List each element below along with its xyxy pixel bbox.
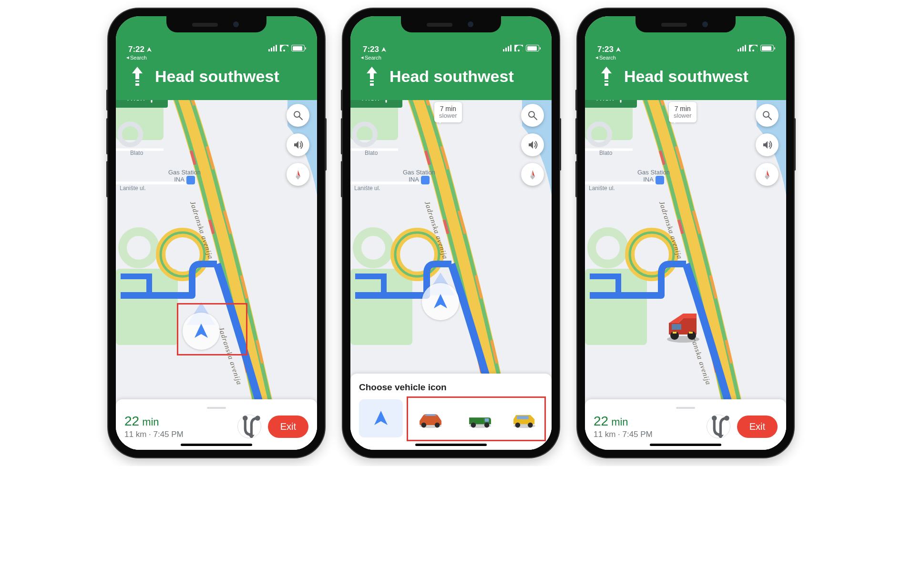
direction-arrow-icon: [130, 66, 144, 87]
search-button[interactable]: [521, 104, 544, 127]
highlight-box: [407, 396, 546, 441]
vehicle-title: Choose vehicle icon: [359, 382, 543, 393]
vehicle-sheet[interactable]: Choose vehicle icon: [350, 374, 552, 450]
back-to-search[interactable]: ◂ Search: [126, 54, 147, 61]
eta-sheet[interactable]: 22min 11 km · 7:45 PM Exit: [585, 399, 786, 450]
home-indicator: [181, 444, 252, 446]
phone-2: 7:23 ◂ Search Head southwest Then 7: [343, 9, 559, 457]
alt-route-icon: [238, 415, 261, 438]
location-icon: [615, 47, 621, 52]
slower-tooltip: 7 minslower: [434, 102, 462, 122]
map-canvas[interactable]: 7 minslower Blato Gas Station INA Laništ…: [585, 88, 786, 450]
notch: [166, 16, 266, 32]
exit-button[interactable]: Exit: [737, 416, 778, 438]
wifi-icon: [514, 45, 523, 51]
status-time: 7:23: [363, 45, 379, 54]
eta-minutes: 22: [124, 414, 139, 428]
nav-arrow-icon: [372, 410, 390, 427]
volume-icon: [527, 140, 538, 150]
phone-3: 7:23 ◂ Search Head southwest Then 7: [577, 9, 794, 457]
vehicle-option-arrow[interactable]: [359, 399, 403, 437]
search-icon: [762, 110, 772, 121]
search-icon: [527, 110, 538, 121]
direction-text: Head southwest: [390, 67, 514, 86]
status-bar: 7:22 ◂ Search: [116, 40, 317, 62]
highlight-box: [177, 303, 247, 355]
compass-button[interactable]: [287, 163, 309, 186]
compass-button[interactable]: [521, 163, 544, 186]
status-time: 7:22: [128, 45, 144, 54]
back-to-search[interactable]: ◂ Search: [361, 54, 381, 61]
map-label-blato: Blato: [599, 150, 612, 156]
direction-arrow-icon: [599, 66, 614, 87]
search-button[interactable]: [756, 104, 779, 127]
wifi-icon: [280, 45, 288, 51]
alt-route-button[interactable]: [707, 415, 730, 438]
signal-icon: [268, 45, 277, 51]
compass-button[interactable]: [756, 163, 779, 186]
battery-icon: [526, 45, 539, 51]
signal-icon: [503, 45, 512, 51]
map-label-blato: Blato: [365, 150, 378, 156]
map-label-laniste: Lanište ul.: [120, 185, 146, 192]
back-to-search[interactable]: ◂ Search: [595, 54, 616, 61]
volume-icon: [293, 140, 303, 150]
audio-button[interactable]: [521, 133, 544, 156]
map-canvas[interactable]: Blato Gas Station INA Lanište ul. Jadran…: [116, 88, 317, 450]
map-label-blato: Blato: [130, 150, 143, 156]
map-canvas[interactable]: 7 minslower Blato Gas Station INA Laništ…: [350, 88, 552, 450]
status-bar: 7:23 ◂ Search: [585, 40, 786, 62]
map-poi-gas: Gas Station INA: [403, 169, 435, 184]
exit-button[interactable]: Exit: [268, 416, 308, 438]
direction-text: Head southwest: [624, 67, 748, 86]
eta-minutes: 22: [594, 414, 608, 428]
map-label-laniste: Lanište ul.: [589, 185, 615, 192]
vehicle-marker[interactable]: [661, 307, 705, 346]
nav-arrow-icon: [432, 293, 449, 310]
compass-icon: [293, 169, 303, 180]
location-icon: [381, 47, 387, 52]
truck-red-icon: [661, 307, 705, 344]
eta-sheet[interactable]: 22min 11 km · 7:45 PM Exit: [116, 399, 317, 450]
direction-arrow-icon: [365, 66, 379, 87]
notch: [401, 16, 501, 32]
map-label-laniste: Lanište ul.: [354, 185, 380, 192]
map-poi-gas: Gas Station INA: [168, 169, 201, 184]
gas-pin-icon: [421, 176, 430, 184]
status-time: 7:23: [597, 45, 614, 54]
alt-route-button[interactable]: [237, 415, 261, 438]
alt-route-icon: [707, 415, 730, 438]
audio-button[interactable]: [756, 133, 779, 156]
search-icon: [293, 110, 303, 121]
status-bar: 7:23 ◂ Search: [350, 40, 552, 62]
audio-button[interactable]: [287, 133, 309, 156]
eta-sub: 11 km · 7:45 PM: [594, 430, 653, 439]
direction-text: Head southwest: [155, 67, 279, 86]
location-marker[interactable]: [422, 283, 459, 320]
grabber[interactable]: [207, 407, 226, 409]
gas-pin-icon: [186, 176, 195, 184]
gas-pin-icon: [656, 176, 664, 184]
signal-icon: [738, 45, 746, 51]
map-poi-gas: Gas Station INA: [637, 169, 670, 184]
grabber[interactable]: [676, 407, 695, 409]
volume-icon: [762, 140, 772, 150]
eta-sub: 11 km · 7:45 PM: [124, 430, 184, 439]
notch: [636, 16, 736, 32]
battery-icon: [760, 45, 774, 51]
slower-tooltip: 7 minslower: [669, 102, 697, 122]
home-indicator: [650, 444, 721, 446]
search-button[interactable]: [287, 104, 309, 127]
location-icon: [146, 47, 152, 52]
wifi-icon: [749, 45, 758, 51]
home-indicator: [415, 444, 487, 446]
compass-icon: [762, 169, 772, 180]
battery-icon: [291, 45, 305, 51]
phone-1: 7:22 ◂ Search Head southwest Then B: [108, 9, 325, 457]
compass-icon: [527, 169, 538, 180]
